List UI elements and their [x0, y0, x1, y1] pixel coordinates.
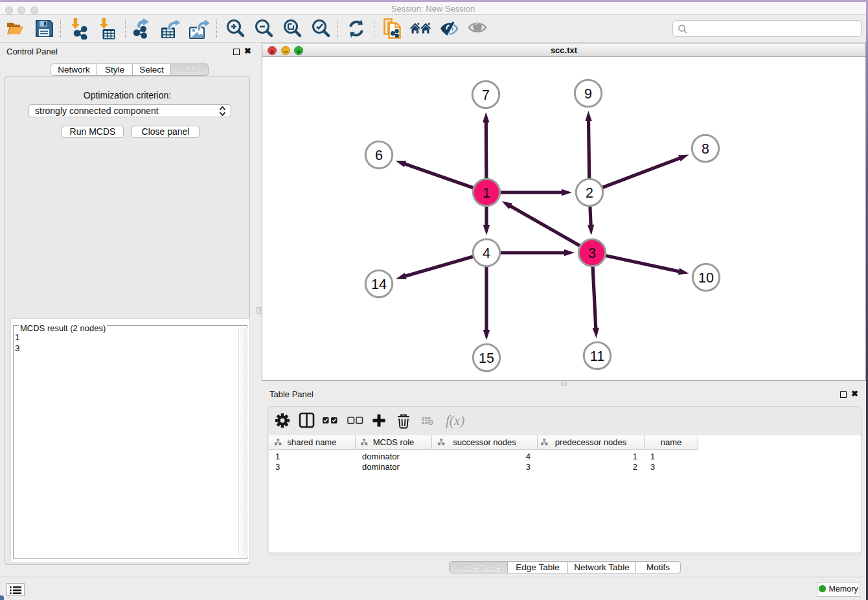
- svg-text:3: 3: [588, 246, 596, 261]
- svg-text:6: 6: [375, 148, 383, 163]
- svg-text:7: 7: [482, 87, 490, 103]
- svg-text:8: 8: [702, 141, 709, 157]
- svg-text:11: 11: [590, 349, 604, 364]
- svg-text:2: 2: [586, 185, 593, 201]
- svg-text:1: 1: [483, 185, 490, 201]
- svg-text:15: 15: [479, 351, 494, 366]
- svg-text:9: 9: [584, 86, 592, 102]
- svg-text:4: 4: [483, 246, 490, 261]
- svg-text:f(x): f(x): [446, 413, 464, 428]
- svg-text:14: 14: [371, 277, 387, 292]
- svg-text:10: 10: [698, 270, 714, 286]
